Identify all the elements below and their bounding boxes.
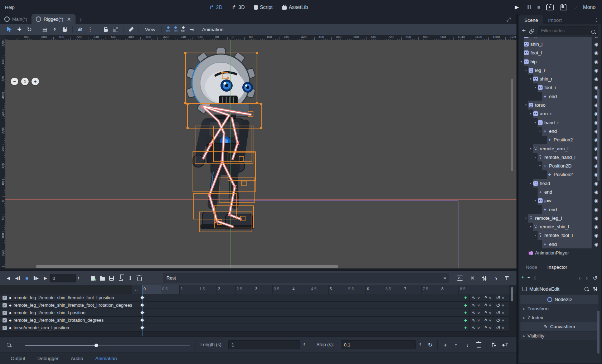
move-track-down-button[interactable]: ↓ <box>463 340 472 349</box>
collapse-arrow-icon[interactable]: ▾ <box>533 86 538 89</box>
lock-object-button[interactable] <box>101 25 110 34</box>
visibility-eye-icon[interactable]: ◉ <box>592 94 601 99</box>
tree-item-remote_arm_l[interactable]: ▾remote_arm_l◉ <box>519 144 601 153</box>
track-enabled-checkbox[interactable]: ✓ <box>3 311 7 315</box>
list-select-tool-button[interactable]: ▤ <box>40 25 49 34</box>
bottom-tab-debugger[interactable]: Debugger <box>38 356 59 361</box>
length-spin-arrows[interactable]: ▲▼ <box>303 343 305 346</box>
interpolation-mode-button[interactable]: ∿∨ <box>469 302 482 309</box>
wrap-mode-button[interactable]: ^∨ <box>482 294 493 301</box>
visibility-eye-icon[interactable]: ◉ <box>592 76 601 82</box>
rotate-tool-button[interactable]: ↻ <box>25 25 34 34</box>
visibility-eye-icon[interactable]: ◉ <box>592 198 601 203</box>
collapse-arrow-icon[interactable]: ▾ <box>524 217 528 220</box>
collapse-arrow-icon[interactable]: ▾ <box>528 147 533 150</box>
current-time-spinbox[interactable] <box>50 274 76 282</box>
stop-button[interactable]: ■ <box>537 4 540 10</box>
visibility-eye-icon[interactable]: ◉ <box>592 120 601 125</box>
tree-item-end[interactable]: +end◉ <box>519 205 601 214</box>
zoom-keys-button[interactable] <box>4 340 13 349</box>
add-key-button[interactable]: + <box>462 317 469 324</box>
collapse-arrow-icon[interactable]: ▾ <box>524 69 528 72</box>
tree-item-end[interactable]: +end◉ <box>519 188 601 196</box>
play-scene-button[interactable] <box>546 4 554 10</box>
zoom-in-button[interactable]: + <box>31 78 39 85</box>
loop-mode-button[interactable]: ↺∨ <box>494 294 506 301</box>
tree-item-jaw[interactable]: ▾jaw◉ <box>519 196 601 205</box>
tree-item-shin_l[interactable]: shin_l◉ <box>519 40 601 48</box>
visibility-eye-icon[interactable]: ◉ <box>592 37 601 38</box>
tree-item-remote_shin_l[interactable]: ▾remote_shin_l◉ <box>519 223 601 231</box>
collapse-arrow-icon[interactable]: ▾ <box>528 112 533 115</box>
animation-panel-scrollbar[interactable] <box>511 287 513 301</box>
add-node-button[interactable]: + <box>522 27 526 35</box>
anim-track-row[interactable]: ✓◆remote_leg_l/remote_shin_l/remote_foot… <box>0 302 509 309</box>
tab-node[interactable]: Node <box>521 262 542 272</box>
tree-item-remote_foot_l[interactable]: ▾remote_foot_l◉ <box>519 231 601 240</box>
play-backwards-from-end-button[interactable]: ◀ <box>4 273 13 283</box>
loop-mode-button[interactable]: ↺∨ <box>494 309 506 316</box>
visibility-eye-icon[interactable]: ◉ <box>592 50 601 55</box>
dock-menu-icon[interactable]: ⋮ <box>594 17 599 23</box>
anim-stop-button[interactable]: ■ <box>22 273 31 283</box>
track-enabled-checkbox[interactable]: ✓ <box>3 303 7 307</box>
interpolation-mode-button[interactable]: ∿∨ <box>469 294 482 301</box>
key-toggle-scl[interactable]: scl <box>181 26 185 32</box>
mode-3d[interactable]: ↱3D <box>232 4 244 10</box>
close-icon[interactable]: ✕ <box>67 16 71 22</box>
tree-item-position2d[interactable]: ▾+Position2D◉ <box>519 161 601 170</box>
zoom-out-button[interactable]: − <box>11 78 18 85</box>
bottom-tab-output[interactable]: Output <box>11 356 25 361</box>
object-history-button[interactable]: ↺ <box>593 275 597 281</box>
tree-item-end[interactable]: ▾+end◉ <box>519 127 601 135</box>
timeline-resize-icon[interactable]: ↔ <box>134 287 139 292</box>
collapse-arrow-icon[interactable]: ▾ <box>533 199 538 202</box>
view-menu[interactable]: View <box>145 27 155 32</box>
wrap-mode-button[interactable]: ^∨ <box>482 309 493 316</box>
pivot-tool-button[interactable]: ⌖ <box>50 25 59 34</box>
help-menu[interactable]: Help <box>5 5 15 10</box>
inspector-tools-icon[interactable] <box>593 287 597 291</box>
visibility-eye-icon[interactable]: ◉ <box>592 111 601 116</box>
insert-key-button[interactable]: ⊸ <box>188 25 196 34</box>
timeline-playhead[interactable] <box>142 285 142 336</box>
track-tools-button[interactable] <box>480 273 489 283</box>
tree-item-head[interactable]: ▾head◉ <box>519 179 601 188</box>
section-z-index[interactable]: ▸Z Index <box>520 313 598 322</box>
move-track-up-button[interactable]: ↑ <box>452 340 460 349</box>
timeline-zoom-slider[interactable] <box>25 345 190 346</box>
tree-item-remote_leg_l[interactable]: ▾remote_leg_l◉ <box>519 214 601 222</box>
visibility-eye-icon[interactable]: ◉ <box>592 128 601 134</box>
anim-play-button[interactable]: ▶ <box>41 273 50 283</box>
key-edit-button[interactable]: ◆ <box>501 340 510 349</box>
onion-skinning-button[interactable]: ◑ <box>491 273 500 283</box>
anim-track-row[interactable]: ✓◆torso/remote_arm_l:position+∿∨^∨↺∨ <box>0 324 509 332</box>
pan-tool-button[interactable] <box>60 25 69 34</box>
interpolation-mode-button[interactable]: ∿∨ <box>469 317 482 324</box>
tree-item-end[interactable]: +end◉ <box>519 240 601 248</box>
collapse-arrow-icon[interactable]: ▾ <box>528 77 533 81</box>
play-backwards-button[interactable]: ◀ <box>13 273 22 283</box>
loop-mode-button[interactable]: ↺∨ <box>494 302 506 309</box>
anim-track-row[interactable]: ✓◆remote_leg_l/remote_shin_l:rotation_de… <box>0 317 509 324</box>
tab-inspector[interactable]: Inspector <box>542 262 572 272</box>
collapse-arrow-icon[interactable]: ▾ <box>538 164 542 168</box>
collapse-arrow-icon[interactable]: ▾ <box>528 182 533 185</box>
mode-script[interactable]: Script <box>254 4 273 10</box>
tree-item-hand_r[interactable]: ▾hand_r◉ <box>519 118 601 127</box>
inspector-search-icon[interactable] <box>584 287 588 291</box>
add-track-button[interactable]: + <box>441 340 450 349</box>
collapse-arrow-icon[interactable]: ▾ <box>533 156 538 159</box>
mode-2d[interactable]: ↱2D <box>209 4 222 10</box>
visibility-eye-icon[interactable]: ◉ <box>592 242 601 247</box>
tree-item-shin_r[interactable]: ▾shin_r◉ <box>519 74 601 83</box>
visibility-eye-icon[interactable]: ◉ <box>592 102 601 108</box>
visibility-eye-icon[interactable]: ◉ <box>592 68 601 73</box>
visibility-eye-icon[interactable]: ◉ <box>592 137 601 142</box>
play-button[interactable]: ▶ <box>512 3 521 12</box>
loop-mode-button[interactable]: ↺∨ <box>494 324 506 331</box>
new-animation-button[interactable] <box>88 273 98 283</box>
section-visibility[interactable]: ▸ Visibility <box>520 331 598 340</box>
step-input[interactable] <box>341 340 416 349</box>
interpolation-mode-button[interactable]: ∿∨ <box>469 309 482 316</box>
